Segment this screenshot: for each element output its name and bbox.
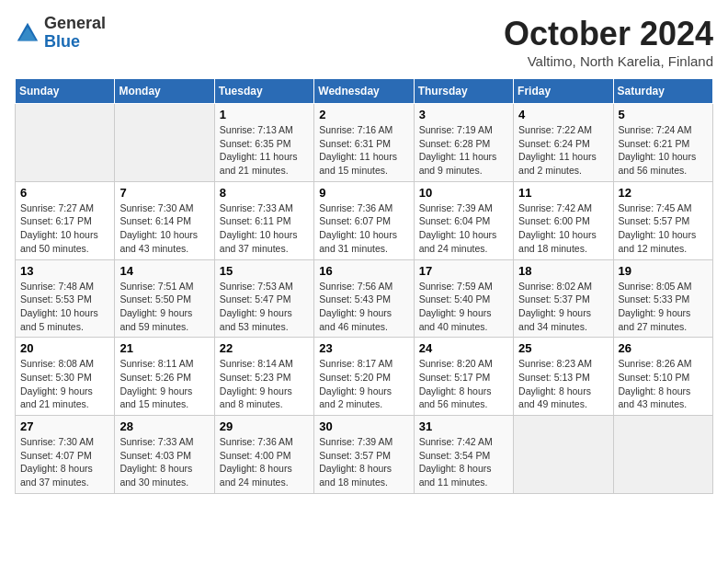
day-number: 14 <box>119 264 209 278</box>
day-info: Sunrise: 8:02 AM Sunset: 5:37 PM Dayligh… <box>518 280 608 334</box>
day-cell: 12Sunrise: 7:45 AM Sunset: 5:57 PM Dayli… <box>613 181 712 259</box>
day-number: 28 <box>119 419 209 433</box>
day-info: Sunrise: 7:51 AM Sunset: 5:50 PM Dayligh… <box>119 280 209 334</box>
day-cell <box>16 104 115 182</box>
day-cell: 7Sunrise: 7:30 AM Sunset: 6:14 PM Daylig… <box>115 181 214 259</box>
logo-blue: Blue <box>44 33 106 52</box>
day-info: Sunrise: 7:36 AM Sunset: 6:07 PM Dayligh… <box>319 201 408 256</box>
day-number: 21 <box>119 341 209 355</box>
header-thursday: Thursday <box>414 79 513 104</box>
day-number: 13 <box>20 264 109 278</box>
day-cell: 15Sunrise: 7:53 AM Sunset: 5:47 PM Dayli… <box>214 259 313 338</box>
day-cell <box>115 104 214 182</box>
calendar-table: SundayMondayTuesdayWednesdayThursdayFrid… <box>15 78 713 494</box>
day-cell: 30Sunrise: 7:39 AM Sunset: 3:57 PM Dayli… <box>314 416 414 494</box>
day-cell: 18Sunrise: 8:02 AM Sunset: 5:37 PM Dayli… <box>514 259 613 338</box>
day-cell: 10Sunrise: 7:39 AM Sunset: 6:04 PM Dayli… <box>414 181 513 259</box>
day-info: Sunrise: 8:11 AM Sunset: 5:26 PM Dayligh… <box>119 357 209 411</box>
day-info: Sunrise: 8:14 AM Sunset: 5:23 PM Dayligh… <box>220 357 309 411</box>
day-info: Sunrise: 7:33 AM Sunset: 4:03 PM Dayligh… <box>119 435 209 489</box>
day-number: 24 <box>419 341 508 355</box>
day-info: Sunrise: 7:19 AM Sunset: 6:28 PM Dayligh… <box>419 123 508 178</box>
day-number: 5 <box>619 108 708 121</box>
day-number: 19 <box>619 264 708 278</box>
week-row-0: 1Sunrise: 7:13 AM Sunset: 6:35 PM Daylig… <box>16 104 713 182</box>
header-sunday: Sunday <box>16 79 115 104</box>
day-info: Sunrise: 7:39 AM Sunset: 3:57 PM Dayligh… <box>319 435 408 489</box>
header-monday: Monday <box>115 79 214 104</box>
day-cell: 24Sunrise: 8:20 AM Sunset: 5:17 PM Dayli… <box>414 338 513 416</box>
day-cell: 23Sunrise: 8:17 AM Sunset: 5:20 PM Dayli… <box>314 338 414 416</box>
day-number: 2 <box>319 108 408 121</box>
day-number: 18 <box>518 264 608 278</box>
day-cell: 17Sunrise: 7:59 AM Sunset: 5:40 PM Dayli… <box>414 259 513 338</box>
day-cell: 20Sunrise: 8:08 AM Sunset: 5:30 PM Dayli… <box>16 338 115 416</box>
day-info: Sunrise: 7:33 AM Sunset: 6:11 PM Dayligh… <box>220 201 309 256</box>
day-cell: 13Sunrise: 7:48 AM Sunset: 5:53 PM Dayli… <box>16 259 115 338</box>
header-wednesday: Wednesday <box>314 79 414 104</box>
logo-icon <box>15 20 40 46</box>
day-number: 1 <box>220 108 309 121</box>
day-cell <box>613 416 712 494</box>
month-title: October 2024 <box>504 15 713 53</box>
day-info: Sunrise: 8:17 AM Sunset: 5:20 PM Dayligh… <box>319 357 408 411</box>
day-number: 20 <box>20 341 109 355</box>
week-row-1: 6Sunrise: 7:27 AM Sunset: 6:17 PM Daylig… <box>16 181 713 259</box>
week-row-2: 13Sunrise: 7:48 AM Sunset: 5:53 PM Dayli… <box>16 259 713 338</box>
day-info: Sunrise: 7:56 AM Sunset: 5:43 PM Dayligh… <box>319 280 408 334</box>
day-info: Sunrise: 7:22 AM Sunset: 6:24 PM Dayligh… <box>518 123 608 178</box>
day-cell: 4Sunrise: 7:22 AM Sunset: 6:24 PM Daylig… <box>514 104 613 182</box>
day-number: 29 <box>220 419 309 433</box>
day-number: 4 <box>518 108 608 121</box>
day-info: Sunrise: 8:26 AM Sunset: 5:10 PM Dayligh… <box>619 357 708 411</box>
day-number: 12 <box>619 186 708 200</box>
day-cell: 25Sunrise: 8:23 AM Sunset: 5:13 PM Dayli… <box>514 338 613 416</box>
day-cell: 16Sunrise: 7:56 AM Sunset: 5:43 PM Dayli… <box>314 259 414 338</box>
day-cell: 2Sunrise: 7:16 AM Sunset: 6:31 PM Daylig… <box>314 104 414 182</box>
day-number: 30 <box>319 419 408 433</box>
day-number: 26 <box>619 341 708 355</box>
header-tuesday: Tuesday <box>214 79 313 104</box>
day-cell: 22Sunrise: 8:14 AM Sunset: 5:23 PM Dayli… <box>214 338 313 416</box>
day-info: Sunrise: 8:20 AM Sunset: 5:17 PM Dayligh… <box>419 357 508 411</box>
day-info: Sunrise: 7:42 AM Sunset: 6:00 PM Dayligh… <box>518 201 608 256</box>
day-cell: 5Sunrise: 7:24 AM Sunset: 6:21 PM Daylig… <box>613 104 712 182</box>
title-area: October 2024 Valtimo, North Karelia, Fin… <box>504 15 713 69</box>
day-cell: 28Sunrise: 7:33 AM Sunset: 4:03 PM Dayli… <box>115 416 214 494</box>
day-info: Sunrise: 7:45 AM Sunset: 5:57 PM Dayligh… <box>619 201 708 256</box>
week-row-3: 20Sunrise: 8:08 AM Sunset: 5:30 PM Dayli… <box>16 338 713 416</box>
day-number: 25 <box>518 341 608 355</box>
day-cell: 6Sunrise: 7:27 AM Sunset: 6:17 PM Daylig… <box>16 181 115 259</box>
day-number: 31 <box>419 419 508 433</box>
day-info: Sunrise: 7:27 AM Sunset: 6:17 PM Dayligh… <box>20 201 109 256</box>
day-cell: 11Sunrise: 7:42 AM Sunset: 6:00 PM Dayli… <box>514 181 613 259</box>
day-number: 23 <box>319 341 408 355</box>
day-cell: 3Sunrise: 7:19 AM Sunset: 6:28 PM Daylig… <box>414 104 513 182</box>
week-row-4: 27Sunrise: 7:30 AM Sunset: 4:07 PM Dayli… <box>16 416 713 494</box>
day-number: 9 <box>319 186 408 200</box>
day-number: 11 <box>518 186 608 200</box>
day-cell <box>514 416 613 494</box>
day-cell: 26Sunrise: 8:26 AM Sunset: 5:10 PM Dayli… <box>613 338 712 416</box>
day-number: 10 <box>419 186 508 200</box>
day-number: 16 <box>319 264 408 278</box>
day-cell: 8Sunrise: 7:33 AM Sunset: 6:11 PM Daylig… <box>214 181 313 259</box>
day-info: Sunrise: 7:59 AM Sunset: 5:40 PM Dayligh… <box>419 280 508 334</box>
day-info: Sunrise: 7:16 AM Sunset: 6:31 PM Dayligh… <box>319 123 408 178</box>
day-number: 7 <box>119 186 209 200</box>
day-info: Sunrise: 8:05 AM Sunset: 5:33 PM Dayligh… <box>619 280 708 334</box>
day-cell: 9Sunrise: 7:36 AM Sunset: 6:07 PM Daylig… <box>314 181 414 259</box>
day-info: Sunrise: 7:30 AM Sunset: 6:14 PM Dayligh… <box>119 201 209 256</box>
calendar-header-row: SundayMondayTuesdayWednesdayThursdayFrid… <box>16 79 713 104</box>
day-number: 8 <box>220 186 309 200</box>
day-info: Sunrise: 8:23 AM Sunset: 5:13 PM Dayligh… <box>518 357 608 411</box>
day-info: Sunrise: 7:39 AM Sunset: 6:04 PM Dayligh… <box>419 201 508 256</box>
day-cell: 31Sunrise: 7:42 AM Sunset: 3:54 PM Dayli… <box>414 416 513 494</box>
day-info: Sunrise: 7:48 AM Sunset: 5:53 PM Dayligh… <box>20 280 109 334</box>
page-header: General Blue October 2024 Valtimo, North… <box>15 15 713 69</box>
day-info: Sunrise: 7:36 AM Sunset: 4:00 PM Dayligh… <box>220 435 309 489</box>
day-cell: 21Sunrise: 8:11 AM Sunset: 5:26 PM Dayli… <box>115 338 214 416</box>
day-cell: 14Sunrise: 7:51 AM Sunset: 5:50 PM Dayli… <box>115 259 214 338</box>
day-cell: 19Sunrise: 8:05 AM Sunset: 5:33 PM Dayli… <box>613 259 712 338</box>
logo-text: General Blue <box>44 15 106 52</box>
